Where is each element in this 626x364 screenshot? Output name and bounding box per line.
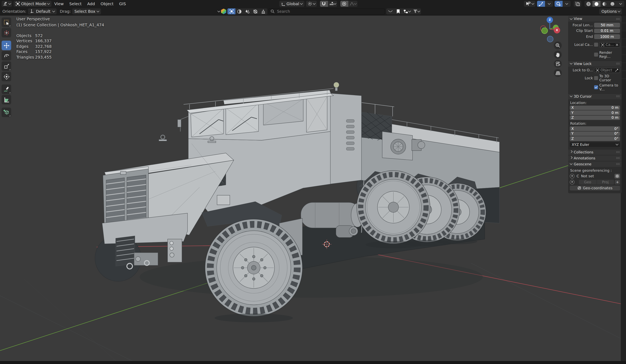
mode-selector[interactable]: Object Mode (14, 1, 51, 7)
basemap-icon (237, 9, 242, 14)
menu-add[interactable]: Add (84, 1, 98, 6)
zoom-view-button[interactable] (554, 41, 562, 49)
options-button[interactable]: Options (599, 8, 622, 14)
stat-edges: Edges322,768 (16, 44, 104, 49)
navigation-gizmo[interactable]: Z X (535, 16, 567, 44)
bookmark-button[interactable] (394, 8, 402, 14)
camera-to-view-checkbox[interactable] (594, 85, 598, 89)
proportional-falloff-dropdown[interactable] (348, 1, 357, 7)
section-collections-header[interactable]: Collections (568, 149, 622, 155)
drag-mode-dropdown[interactable]: Select Box (73, 8, 101, 14)
clear-icon[interactable] (616, 43, 618, 46)
section-view-lock-header[interactable]: View Lock (568, 60, 622, 66)
gizmo-axis-z-neg[interactable] (547, 36, 553, 42)
pivot-point-dropdown[interactable] (306, 1, 317, 7)
add-crs-button[interactable]: + (615, 179, 620, 184)
proportional-edit-toggle[interactable] (340, 1, 348, 7)
render-region-checkbox[interactable] (594, 52, 598, 56)
tool-rotate[interactable] (1, 51, 11, 61)
outliner-filter-dropdown[interactable] (402, 8, 412, 14)
proj-button[interactable]: Proj (597, 179, 614, 184)
gis-basemap-button[interactable] (235, 8, 243, 14)
drag-orientation-dropdown[interactable]: Default (28, 8, 57, 14)
geo-proj-radio[interactable] (570, 179, 575, 184)
cursor-rot-z-field[interactable]: Z0° (570, 136, 620, 141)
gis-web-geodata-button[interactable] (251, 8, 259, 14)
geo-coordinates-button[interactable]: Geo-coordinates (570, 186, 620, 190)
tool-transform[interactable] (1, 72, 11, 81)
local-camera-checkbox[interactable] (594, 43, 598, 47)
section-annotations-header[interactable]: Annotations (568, 155, 622, 161)
tool-annotate[interactable] (1, 84, 11, 94)
gis-addon-icon[interactable] (221, 9, 226, 14)
camera-view-button[interactable] (554, 60, 562, 68)
clip-start-field[interactable]: 0.01 m (594, 29, 620, 33)
gis-clean-button[interactable] (259, 8, 267, 14)
to-3d-cursor-checkbox[interactable] (594, 76, 598, 80)
perspective-toggle-button[interactable] (554, 69, 562, 77)
local-camera-object-field[interactable]: Ca... (599, 42, 620, 47)
shading-dropdown[interactable] (616, 1, 625, 7)
geodata-search[interactable] (269, 8, 385, 15)
shading-wireframe-button[interactable] (585, 1, 592, 7)
viewport-header: Object Mode View Select Add Object GIS G… (0, 0, 626, 8)
lock-object-field[interactable]: Object (594, 67, 620, 73)
overlays-settings-dropdown[interactable] (563, 1, 571, 7)
cursor-rot-x: X0° (568, 126, 622, 131)
tool-select-box[interactable] (1, 18, 11, 27)
geo-button[interactable]: Geo (579, 179, 596, 184)
search-input[interactable] (276, 9, 383, 14)
shading-solid-button[interactable] (592, 1, 600, 7)
tool-scale[interactable] (1, 61, 11, 71)
focal-length-field[interactable]: 50 mm (594, 23, 620, 27)
xray-toggle[interactable] (574, 1, 581, 7)
editor-type-button[interactable] (1, 1, 12, 7)
gizmo-settings-dropdown[interactable] (545, 1, 553, 7)
object-data-icon (601, 43, 604, 46)
cursor-loc-x-field[interactable]: X0 m (570, 105, 620, 110)
gizmo-axis-y-neg[interactable] (542, 28, 548, 34)
gis-collapse-chevron[interactable] (217, 10, 220, 12)
gis-terrain-button[interactable] (243, 8, 251, 14)
crs-radio[interactable] (570, 173, 575, 178)
measure-ruler-icon (3, 97, 9, 103)
location-label: Location: (568, 100, 622, 105)
gizmo-controls (537, 1, 553, 7)
cursor-loc-z-field[interactable]: Z0 m (570, 115, 620, 120)
tool-cursor[interactable] (1, 28, 11, 37)
drag-dots-icon (616, 95, 620, 97)
cursor-loc-y-field[interactable]: Y0 m (570, 110, 620, 115)
rotation-mode-dropdown[interactable]: XYZ Euler (570, 142, 620, 147)
eyedropper-icon[interactable] (615, 68, 618, 72)
filter-dropdown[interactable] (412, 8, 421, 14)
shading-rendered-button[interactable] (608, 1, 616, 7)
tool-add-cube[interactable] (1, 108, 11, 117)
cursor-rot-x-field[interactable]: X0° (570, 126, 620, 131)
snap-settings-dropdown[interactable] (328, 1, 337, 7)
shading-material-button[interactable] (600, 1, 608, 7)
section-geoscene-header[interactable]: Geoscene (568, 161, 622, 167)
object-visibility-dropdown[interactable] (524, 1, 535, 7)
tool-measure[interactable] (1, 95, 11, 104)
gizmo-axis-z[interactable]: Z (547, 17, 553, 23)
show-gizmo-toggle[interactable] (537, 1, 545, 7)
menu-view[interactable]: View (51, 1, 66, 6)
menu-gis[interactable]: GIS (116, 1, 129, 6)
snap-toggle[interactable] (320, 1, 328, 7)
pan-view-button[interactable] (554, 51, 562, 59)
menu-object[interactable]: Object (98, 1, 116, 6)
transform-orientation-dropdown[interactable]: Global (279, 1, 304, 7)
menu-select[interactable]: Select (66, 1, 84, 6)
section-3d-cursor-header[interactable]: 3D Cursor (568, 93, 622, 99)
cursor-rot-y-field[interactable]: Y0° (570, 131, 620, 136)
crs-settings-button[interactable] (614, 173, 620, 178)
mode-label: Object Mode (21, 1, 46, 6)
tool-move[interactable] (1, 41, 11, 50)
section-view-header[interactable]: View (568, 16, 622, 22)
arc-tool-button[interactable] (386, 8, 394, 14)
show-overlays-toggle[interactable] (555, 1, 563, 7)
gis-select-extent-button[interactable] (227, 8, 235, 14)
gizmo-axis-x[interactable]: X (554, 27, 560, 33)
clip-end-field[interactable]: 1000 m (594, 34, 620, 39)
hand-icon (555, 52, 560, 57)
